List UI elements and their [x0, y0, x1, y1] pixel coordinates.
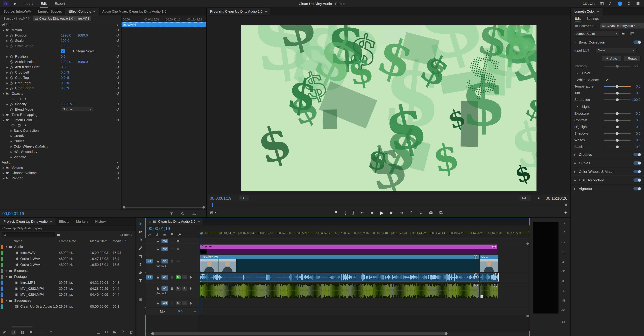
sync-lock-icon[interactable]: [170, 239, 174, 243]
disclosure-caret-icon[interactable]: ▼: [4, 299, 8, 302]
mute-track-button[interactable]: M: [176, 301, 180, 305]
disclosure-caret-icon[interactable]: ▼: [4, 276, 8, 278]
panel-tab-effects[interactable]: Effects: [56, 218, 73, 225]
track-lane-A3[interactable]: [199, 299, 530, 307]
creative-toggle[interactable]: [634, 153, 641, 156]
track-header-V2[interactable]: V2: [146, 244, 199, 254]
ec-effect-lumetri-color[interactable]: ▼fxLumetri Color↺: [0, 118, 121, 123]
playback-resolution-select[interactable]: 1/4▾: [519, 196, 532, 201]
fx-icon[interactable]: fx: [622, 32, 628, 36]
panel-menu-icon[interactable]: ≡: [597, 10, 599, 14]
reset-parameter-icon[interactable]: ↺: [116, 44, 119, 48]
sync-lock-icon[interactable]: [170, 259, 174, 264]
shadows-slider[interactable]: [604, 133, 631, 134]
track-header-A2[interactable]: A2MSAudio 2: [146, 282, 199, 299]
track-header-A1[interactable]: A1A1MS: [146, 272, 199, 282]
sync-lock-icon[interactable]: [170, 275, 174, 280]
reset-parameter-icon[interactable]: ↺: [116, 102, 119, 106]
ec-param-scale[interactable]: ▶Scale100.0↺: [0, 38, 121, 43]
source-patch-A1[interactable]: A1: [146, 275, 152, 280]
play-button[interactable]: ▶: [380, 210, 384, 216]
scrubber-zoom-handle[interactable]: [565, 204, 567, 206]
ec-effect-channel-volume[interactable]: ▶fxChannel Volume↺: [0, 170, 121, 176]
project-file-name[interactable]: Clean Up Dirty Audio.prproj: [0, 226, 136, 231]
solo-track-button[interactable]: S: [182, 301, 187, 305]
toggle-track-output-icon[interactable]: [176, 247, 180, 251]
ec-param-crop-bottom[interactable]: ▶Crop Bottom0.0 %↺: [0, 86, 121, 91]
blacks-slider[interactable]: [604, 146, 631, 147]
panel-menu-icon[interactable]: ≡: [198, 220, 200, 224]
ec-effect-opacity[interactable]: ▼fxOpacity↺: [0, 91, 121, 96]
label-color-chip[interactable]: [1, 268, 3, 273]
track-badge-A2[interactable]: A2: [162, 286, 168, 291]
panel-tab-project-clean-up-dirty-audio[interactable]: Project: Clean Up Dirty Audio≡: [0, 218, 56, 225]
ec-source-tab[interactable]: Source • Intro.MP4: [1, 16, 31, 21]
go-to-in-button[interactable]: ⇤: [360, 210, 364, 215]
playhead-line[interactable]: [201, 235, 201, 316]
track-lane-V1[interactable]: Intro.MP4 [V]fx MVI...: [199, 254, 530, 272]
section-basic-correction[interactable]: ▾Basic Correction: [571, 38, 644, 46]
reset-parameter-icon[interactable]: ↺: [116, 65, 119, 70]
track-select-forward-tool[interactable]: [138, 230, 143, 234]
export-frame-button[interactable]: [429, 211, 433, 214]
color-group-header[interactable]: ▾Color: [571, 70, 644, 76]
solo-track-button[interactable]: S: [182, 275, 187, 279]
project-writable-icon[interactable]: [2, 330, 6, 334]
uniform-scale-checkbox[interactable]: ✓: [61, 49, 65, 54]
panel-tab-markers[interactable]: Markers: [72, 218, 92, 225]
lock-track-icon[interactable]: [156, 259, 160, 264]
timeline-horizontal-scrollbar[interactable]: [152, 332, 447, 335]
ec-effect-motion[interactable]: ▼fxMotion↺: [0, 28, 121, 33]
clip-intro-video[interactable]: Intro.MP4 [V]fx: [200, 255, 478, 272]
toggle-track-output-icon[interactable]: [176, 259, 180, 264]
section-color-wheels-match[interactable]: ▶Color Wheels & Match: [571, 167, 644, 176]
timeline-timecode[interactable]: 00;00;01;19: [148, 226, 170, 231]
sync-lock-icon[interactable]: [170, 247, 174, 251]
project-item-audio[interactable]: ▼ Audio: [0, 244, 136, 250]
section-vignette[interactable]: ▶Vignette: [571, 184, 644, 193]
timeline-ruler[interactable]: 00;0000;01;04;0200;02;08;0400;03;12;0600…: [199, 226, 530, 238]
step-forward-button[interactable]: ▶: [390, 210, 393, 215]
project-item-sequences[interactable]: ▼ Sequences: [0, 298, 136, 304]
panel-tab-audio-clip-mixer-clean-up-dirty-audio-1-0[interactable]: Audio Clip Mixer: Clean Up Dirty Audio 1…: [99, 8, 170, 15]
clip-fx-badge[interactable]: fx: [492, 245, 496, 248]
ec-effect-panner[interactable]: ▶fxPanner↺: [0, 176, 121, 181]
selection-tool[interactable]: [138, 221, 143, 226]
timeline-track-area[interactable]: 00;0000;01;04;0200;02;08;0400;03;12;0600…: [199, 226, 530, 331]
program-timecode[interactable]: 00;00;01;19: [210, 196, 232, 201]
track-lane-V2[interactable]: Contrastfx: [199, 244, 530, 254]
light-group-header[interactable]: ▾Light: [571, 103, 644, 110]
panel-menu-icon[interactable]: ≡: [50, 220, 52, 224]
clip-fx-badge[interactable]: fx: [494, 284, 498, 287]
track-badge-V2[interactable]: V2: [162, 247, 168, 251]
param-value[interactable]: 100.0 %: [61, 102, 73, 106]
ec-group-vignette[interactable]: ▶Vignette: [0, 154, 121, 160]
ec-param-crop-top[interactable]: ▶Crop Top0.0 %↺: [0, 75, 121, 80]
label-color-chip[interactable]: [1, 292, 3, 297]
mask-ellipse-icon[interactable]: [11, 97, 15, 101]
contrast-value[interactable]: 0.0: [636, 118, 640, 122]
clip-contrast-adjustment[interactable]: Contrastfx: [200, 244, 497, 254]
project-item-elements[interactable]: ▶ Elements: [0, 268, 136, 274]
white-balance-eyedropper-icon[interactable]: [606, 78, 609, 82]
lumetri-effect-select[interactable]: Lumetri Color▾: [573, 31, 619, 36]
find-icon[interactable]: [105, 330, 108, 334]
ec-param-opacity[interactable]: ▶Opacity100.0 %↺: [0, 102, 121, 107]
clip-intro-audio[interactable]: ◆◆fx: [200, 273, 478, 282]
mask-pen-icon[interactable]: [24, 97, 27, 101]
stopwatch-icon[interactable]: [10, 39, 13, 42]
lumetri-tab[interactable]: Lumetri Color≡: [571, 8, 603, 15]
add-marker-button[interactable]: [334, 211, 338, 214]
mask-rect-icon[interactable]: [18, 124, 21, 127]
sync-status-icon[interactable]: ✓: [618, 2, 622, 6]
timeline-tab[interactable]: × Clean Up Dirty Audio 1.0 ≡: [146, 218, 203, 225]
monitor-settings-icon[interactable]: ⊞: [210, 210, 213, 215]
reset-parameter-icon[interactable]: ↺: [116, 86, 119, 90]
param-value[interactable]: 0.0 %: [61, 86, 70, 90]
track-header-V1[interactable]: V1V1Video 1: [146, 254, 199, 272]
panel-tab-source-intro-wav[interactable]: Source: Intro.WAV: [0, 8, 35, 15]
param-value[interactable]: 0.0 %: [61, 81, 70, 85]
reset-parameter-icon[interactable]: ↺: [116, 28, 119, 32]
track-lane-A1[interactable]: ◆◆fx fx: [199, 272, 530, 282]
disclosure-caret-icon[interactable]: ▶: [4, 270, 8, 272]
